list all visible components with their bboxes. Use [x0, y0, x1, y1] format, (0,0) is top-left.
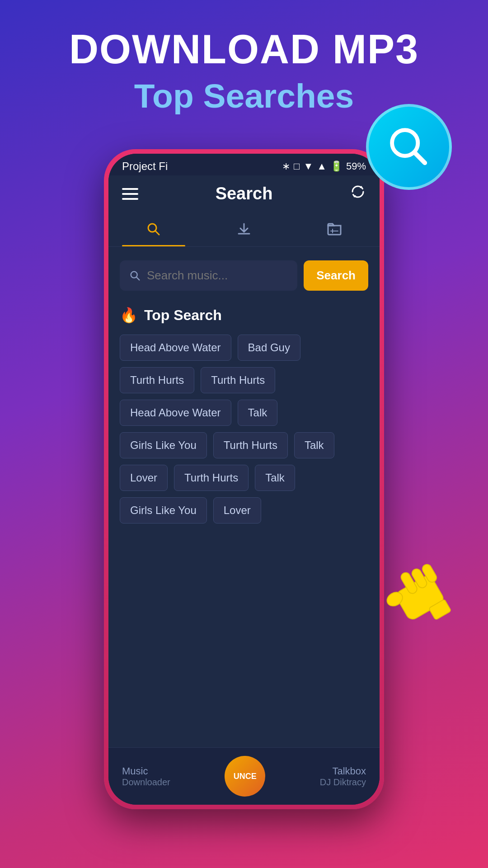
hamburger-menu-icon[interactable] [122, 188, 138, 200]
tag-item[interactable]: Lover [120, 465, 168, 491]
tag-item[interactable]: Lover [213, 497, 261, 524]
svg-rect-8 [399, 571, 418, 595]
hand-cursor [384, 552, 465, 633]
bottom-left-sub: Downloader [122, 777, 170, 788]
album-art-text: UNCE [234, 772, 257, 781]
carrier-text: Project Fi [122, 160, 168, 173]
tab-download[interactable] [199, 212, 289, 246]
tag-item[interactable]: Turth Hurts [213, 432, 288, 458]
search-input-wrap [120, 260, 297, 291]
fire-icon: 🔥 [120, 307, 138, 324]
tab-bar [108, 212, 380, 247]
bottom-left-title: Music [122, 765, 170, 777]
tab-folder[interactable] [289, 212, 380, 246]
tag-item[interactable]: Talk [238, 400, 278, 426]
tab-search[interactable] [108, 212, 199, 246]
top-search-heading: 🔥 Top Search [120, 307, 368, 324]
svg-line-3 [155, 231, 159, 235]
search-input[interactable] [147, 269, 288, 283]
tag-item[interactable]: Turth Hurts [120, 367, 194, 393]
bottom-right-sub: DJ Diktracy [320, 777, 366, 788]
search-bar-row: Search [120, 260, 368, 291]
bluetooth-icon: ∗ [282, 160, 290, 172]
svg-rect-10 [421, 563, 438, 584]
search-input-icon [129, 269, 141, 282]
album-art[interactable]: UNCE [225, 756, 265, 797]
signal-icon: ▲ [317, 160, 327, 172]
svg-line-5 [136, 277, 139, 280]
wifi-icon: ▼ [303, 160, 313, 172]
app-bar: Search [108, 175, 380, 212]
tag-item[interactable]: Girls Like You [120, 497, 207, 524]
battery-icon: 🔋 [330, 160, 343, 172]
tag-item[interactable]: Talk [255, 465, 295, 491]
top-search-label: Top Search [144, 307, 222, 324]
vibrate-icon: □ [294, 160, 300, 172]
tag-item[interactable]: Turth Hurts [174, 465, 249, 491]
bottom-left-info: Music Downloader [122, 765, 170, 788]
tag-item[interactable]: Bad Guy [238, 335, 300, 361]
tag-item[interactable]: Head Above Water [120, 335, 231, 361]
phone-mockup: Project Fi ∗ □ ▼ ▲ 🔋 59% Search [104, 149, 384, 809]
tag-item[interactable]: Talk [294, 432, 334, 458]
main-title: DOWNLOAD MP3 [0, 27, 488, 72]
tag-item[interactable]: Head Above Water [120, 400, 231, 426]
search-circle-icon [366, 104, 452, 190]
bottom-right-title: Talkbox [332, 765, 366, 777]
tag-item[interactable]: Turth Hurts [201, 367, 275, 393]
status-icons: ∗ □ ▼ ▲ 🔋 59% [282, 160, 366, 172]
bottom-bar: Music Downloader UNCE Talkbox DJ Diktrac… [108, 747, 380, 805]
status-bar: Project Fi ∗ □ ▼ ▲ 🔋 59% [108, 154, 380, 175]
battery-text: 59% [346, 160, 366, 172]
main-content: Search 🔥 Top Search Head Above WaterBad … [108, 247, 380, 747]
refresh-icon[interactable] [350, 184, 366, 204]
svg-rect-6 [394, 574, 446, 622]
svg-line-1 [414, 152, 425, 163]
app-bar-title: Search [216, 184, 273, 203]
tags-container: Head Above WaterBad GuyTurth HurtsTurth … [120, 335, 368, 524]
bottom-right-info: Talkbox DJ Diktracy [320, 765, 366, 788]
svg-point-7 [385, 590, 405, 609]
svg-rect-11 [429, 599, 451, 620]
tag-item[interactable]: Girls Like You [120, 432, 207, 458]
search-button[interactable]: Search [304, 260, 368, 291]
svg-rect-9 [410, 567, 428, 590]
